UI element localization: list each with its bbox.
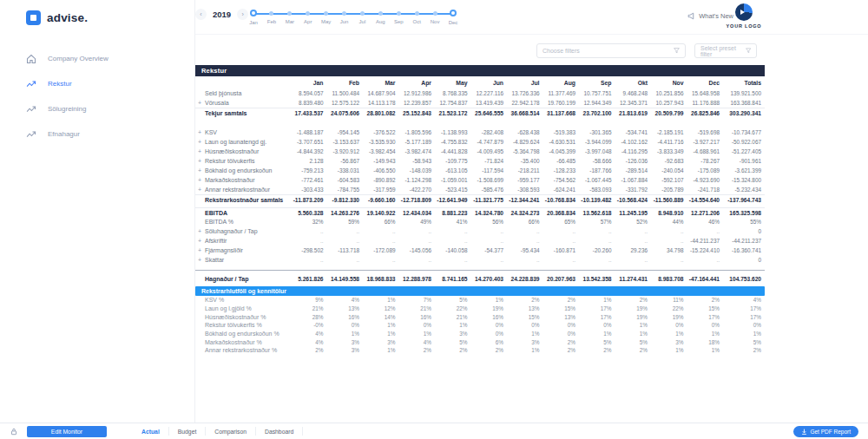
slider-handle[interactable] bbox=[415, 11, 419, 16]
table-cell: 59% bbox=[327, 219, 364, 225]
table-cell: 3% bbox=[651, 339, 687, 345]
table-cell: 13.419.439 bbox=[471, 100, 508, 106]
slider-handle[interactable] bbox=[269, 11, 273, 16]
table-cell: -301.365 bbox=[579, 129, 615, 135]
account-logo[interactable]: YOUR LOGO bbox=[722, 3, 766, 29]
choose-filters-dropdown[interactable]: Choose filters bbox=[536, 43, 686, 58]
table-cell: 21% bbox=[399, 305, 436, 311]
slider-handle[interactable] bbox=[450, 10, 457, 16]
preset-filter-placeholder: Select preset filter bbox=[700, 45, 746, 57]
table-cell: -628.438 bbox=[507, 129, 543, 135]
row-label: Afskriftir bbox=[205, 238, 227, 244]
expand-row-control[interactable]: + bbox=[195, 148, 205, 154]
expand-row-control[interactable]: + bbox=[195, 167, 205, 174]
slider-handle[interactable] bbox=[324, 11, 328, 16]
expand-row-control[interactable]: + bbox=[195, 247, 205, 253]
slider-months: JanFebMarAprMayJunJulAugSepOctNovDec bbox=[246, 8, 461, 25]
slider-handle[interactable] bbox=[433, 11, 437, 16]
table-cell: 55% bbox=[723, 219, 765, 225]
table-cell: .. bbox=[399, 228, 436, 234]
expand-row-control[interactable]: + bbox=[195, 238, 205, 244]
table-cell: 1% bbox=[687, 331, 724, 337]
table-cell: -126.036 bbox=[615, 158, 652, 164]
table-cell: 66% bbox=[363, 219, 399, 225]
expand-row-control[interactable]: + bbox=[195, 158, 205, 164]
expand-row-control[interactable]: + bbox=[195, 177, 205, 183]
table-cell: 2% bbox=[687, 297, 724, 303]
tab-dashboard[interactable]: Dashboard bbox=[256, 427, 303, 436]
table-cell: 10.251.856 bbox=[651, 90, 687, 96]
sidebar-item-company-overview[interactable]: Company Overview bbox=[0, 46, 194, 71]
table-cell: -3.982.474 bbox=[399, 148, 436, 154]
slider-handle[interactable] bbox=[306, 11, 310, 16]
preset-filter-dropdown[interactable]: Select preset filter bbox=[694, 43, 757, 58]
table-cell: .. bbox=[579, 238, 615, 244]
row-label: Annar rekstrarkostnaður bbox=[205, 187, 270, 193]
slider-handle[interactable] bbox=[250, 10, 257, 16]
table-cell: -12.344.241 bbox=[507, 197, 543, 203]
edit-monitor-button[interactable]: Edit Monitor bbox=[27, 426, 107, 437]
table-cell: -3.927.217 bbox=[687, 139, 724, 145]
tab-budget[interactable]: Budget bbox=[169, 427, 207, 436]
table-cell: 19.140.922 bbox=[363, 210, 399, 216]
slider-handle[interactable] bbox=[342, 11, 346, 16]
sidebar-item-rekstur[interactable]: Rekstur bbox=[0, 71, 194, 96]
table-cell: 2% bbox=[471, 347, 508, 353]
table-cell: 2.128 bbox=[291, 158, 327, 164]
expand-row-control[interactable]: + bbox=[195, 187, 205, 193]
table-cell: 9% bbox=[291, 297, 327, 303]
expand-row-control[interactable]: + bbox=[195, 257, 205, 263]
table-cell: 1% bbox=[651, 347, 687, 353]
table-cell: 2% bbox=[507, 297, 543, 303]
table-cell: .. bbox=[291, 238, 327, 244]
table-cell: 21.813.619 bbox=[615, 110, 652, 116]
sidebar-item-s-lugreining[interactable]: Sölugreining bbox=[0, 96, 194, 121]
table-row: Laun og l.gjöld %21%13%12%21%22%19%13%15… bbox=[195, 305, 765, 313]
table-cell: 10.257.943 bbox=[651, 100, 687, 106]
expand-row-control[interactable]: + bbox=[195, 139, 205, 145]
funnel-icon bbox=[674, 48, 680, 54]
slider-handle[interactable] bbox=[360, 11, 365, 16]
expand-row-control[interactable]: + bbox=[195, 129, 205, 135]
table-cell: 5.560.328 bbox=[291, 210, 327, 216]
slider-handle[interactable] bbox=[378, 11, 383, 16]
prev-year-button[interactable]: ‹ bbox=[195, 9, 207, 20]
expand-row-control[interactable]: + bbox=[195, 100, 205, 106]
ratios-title-bar: Rekstrarhlutföll og kennitölur bbox=[195, 286, 765, 296]
row-label: Bókhald og endurskoðun bbox=[205, 167, 272, 174]
avatar bbox=[735, 3, 753, 21]
table-cell: 1% bbox=[615, 322, 652, 328]
slider-month-label: Nov bbox=[431, 19, 440, 24]
table-cell: 5.261.826 bbox=[291, 276, 327, 282]
expand-row-control[interactable]: + bbox=[195, 228, 205, 234]
table-cell: 19% bbox=[651, 314, 687, 320]
tab-comparison[interactable]: Comparison bbox=[206, 427, 256, 436]
sidebar-item-efnahagur[interactable]: Efnahagur bbox=[0, 121, 194, 147]
table-cell: -534.741 bbox=[615, 129, 652, 135]
slider-handle[interactable] bbox=[287, 11, 292, 16]
table-cell: -12.718.809 bbox=[399, 197, 436, 203]
get-pdf-report-button[interactable]: Get PDF Report bbox=[793, 426, 858, 437]
table-cell: -5.177.189 bbox=[399, 139, 436, 145]
table-row: +Söluhagnaður / Tap.....................… bbox=[195, 226, 765, 236]
table-cell: 15% bbox=[543, 305, 580, 311]
month-range-slider[interactable]: JanFebMarAprMayJunJulAugSepOctNovDec bbox=[246, 8, 461, 29]
table-cell: -303.433 bbox=[291, 187, 327, 193]
tab-actual[interactable]: Actual bbox=[133, 427, 169, 436]
funnel-icon bbox=[746, 48, 751, 54]
slider-handle[interactable] bbox=[397, 11, 401, 16]
table-cell: 2% bbox=[579, 347, 615, 353]
sidebar-nav: Company OverviewReksturSölugreiningEfnah… bbox=[0, 46, 194, 147]
table-cell: -4.116.295 bbox=[615, 148, 652, 154]
table-cell: 12.288.978 bbox=[399, 276, 436, 282]
table-cell: .. bbox=[471, 257, 508, 263]
table-cell: -3.997.048 bbox=[579, 148, 615, 154]
table-cell: 1% bbox=[363, 347, 399, 353]
table-cell: -54.377 bbox=[471, 247, 508, 253]
table-cell: -376.522 bbox=[363, 129, 399, 135]
table-cell: -4.923.690 bbox=[687, 177, 724, 183]
sidebar-item-label: Efnahagur bbox=[48, 130, 80, 138]
row-label: Rekstur tölvukerfis % bbox=[205, 322, 262, 328]
slider-month-feb: Feb bbox=[264, 8, 279, 25]
table-cell: .. bbox=[291, 257, 327, 263]
